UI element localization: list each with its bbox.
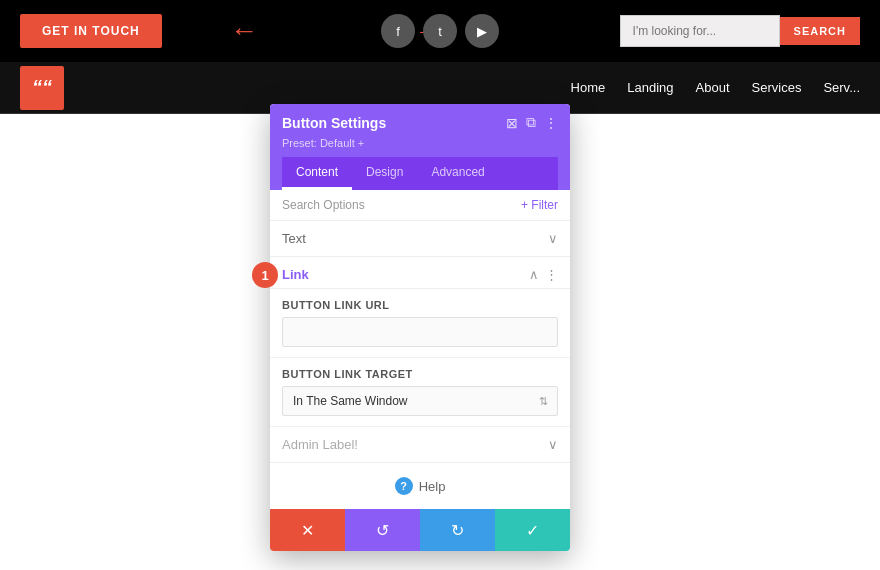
button-link-target-field: Button Link Target In The Same Window In… <box>270 358 570 427</box>
main-area: 1 Button Settings ⊠ ⧉ ⋮ Preset: Default … <box>0 114 880 570</box>
link-section-label: Link <box>282 267 309 282</box>
logo: ““ <box>20 66 64 110</box>
arrow-left-icon: ← <box>230 15 258 47</box>
step-badge: 1 <box>252 262 278 288</box>
search-button[interactable]: SEARCH <box>780 17 860 45</box>
get-in-touch-button[interactable]: GET IN TOUCH <box>20 14 162 48</box>
button-link-target-select[interactable]: In The Same Window In A New Tab <box>282 386 558 416</box>
button-link-url-label: Button Link URL <box>282 299 558 311</box>
link-section-header: Link ∧ ⋮ <box>270 257 570 289</box>
help-row: ? Help <box>270 463 570 509</box>
nav-more[interactable]: Serv... <box>823 80 860 95</box>
help-text: Help <box>419 479 446 494</box>
save-button[interactable]: ✓ <box>495 509 570 551</box>
panel-footer: ✕ ↺ ↻ ✓ <box>270 509 570 551</box>
search-area: SEARCH <box>620 15 860 47</box>
twitter-icon[interactable]: t <box>423 14 457 48</box>
panel-header: Button Settings ⊠ ⧉ ⋮ Preset: Default + … <box>270 104 570 190</box>
link-collapse-icon[interactable]: ∧ <box>529 267 539 282</box>
panel-preset: Preset: Default + <box>282 137 558 149</box>
button-link-target-label: Button Link Target <box>282 368 558 380</box>
undo-button[interactable]: ↺ <box>345 509 420 551</box>
facebook-icon[interactable]: f <box>381 14 415 48</box>
panel-header-icons: ⊠ ⧉ ⋮ <box>506 114 558 131</box>
nav-services[interactable]: Services <box>752 80 802 95</box>
admin-label-text: Admin Label! <box>282 437 358 452</box>
panel-tabs: Content Design Advanced <box>282 157 558 190</box>
copy-icon[interactable]: ⧉ <box>526 114 536 131</box>
search-input[interactable] <box>620 15 780 47</box>
top-bar: GET IN TOUCH ← → f t ▶ SEARCH <box>0 0 880 62</box>
tab-design[interactable]: Design <box>352 157 417 190</box>
search-options-text: Search Options <box>282 198 365 212</box>
button-link-url-field: Button Link URL <box>270 289 570 358</box>
admin-label-section[interactable]: Admin Label! ∨ <box>270 427 570 463</box>
button-settings-panel: Button Settings ⊠ ⧉ ⋮ Preset: Default + … <box>270 104 570 551</box>
more-icon[interactable]: ⋮ <box>544 115 558 131</box>
tab-advanced[interactable]: Advanced <box>417 157 498 190</box>
button-link-url-input[interactable] <box>282 317 558 347</box>
link-target-select-wrapper: In The Same Window In A New Tab ⇅ <box>282 386 558 416</box>
nav-home[interactable]: Home <box>571 80 606 95</box>
text-chevron-icon: ∨ <box>548 231 558 246</box>
youtube-icon[interactable]: ▶ <box>465 14 499 48</box>
link-more-icon[interactable]: ⋮ <box>545 267 558 282</box>
panel-body: Search Options + Filter Text ∨ Link ∧ ⋮ … <box>270 190 570 509</box>
nav-landing[interactable]: Landing <box>627 80 673 95</box>
nav-about[interactable]: About <box>696 80 730 95</box>
redo-button[interactable]: ↻ <box>420 509 495 551</box>
filter-button[interactable]: + Filter <box>521 198 558 212</box>
tab-content[interactable]: Content <box>282 157 352 190</box>
search-options-row: Search Options + Filter <box>270 190 570 221</box>
help-icon: ? <box>395 477 413 495</box>
expand-icon[interactable]: ⊠ <box>506 115 518 131</box>
text-section-label: Text <box>282 231 306 246</box>
text-section[interactable]: Text ∨ <box>270 221 570 257</box>
admin-chevron-icon: ∨ <box>548 437 558 452</box>
panel-title: Button Settings <box>282 115 386 131</box>
cancel-button[interactable]: ✕ <box>270 509 345 551</box>
nav-links: Home Landing About Services Serv... <box>571 80 860 95</box>
social-icons-group: f t ▶ <box>381 14 499 48</box>
